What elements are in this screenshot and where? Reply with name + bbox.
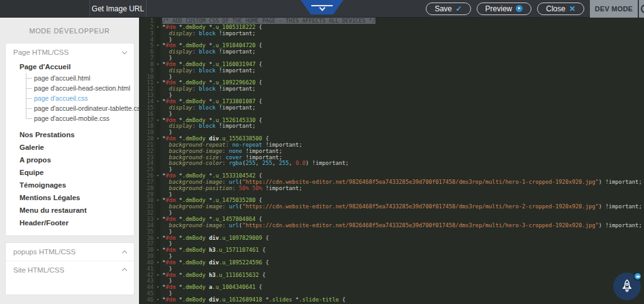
code-line[interactable]: 34 background-image: url("https://cdn.we… (139, 223, 644, 229)
code-token: h3 (206, 247, 216, 253)
fold-gutter-spacer (155, 179, 160, 186)
save-button[interactable]: Save ✓ (426, 3, 470, 15)
fold-marker-icon[interactable]: ▾ (155, 260, 160, 266)
code-token: } (162, 129, 172, 135)
fold-marker-icon[interactable]: ▾ (155, 80, 160, 86)
code-token: } (162, 191, 172, 198)
code-token: { (255, 61, 262, 67)
code-line[interactable]: 38▾*#dm *.dmBody h3.u_1571107461 { (139, 247, 644, 254)
code-line[interactable]: 36▾*#dm *.dmBody div.u_1097829009 { (139, 235, 644, 242)
fold-gutter-spacer (155, 149, 160, 155)
fold-marker-icon[interactable]: ▾ (155, 43, 160, 49)
accordion-site-html-css[interactable]: Site HTML/CSS (6, 261, 134, 278)
code-token (162, 123, 169, 129)
code-token: * (206, 42, 213, 48)
code-line[interactable]: 28 background-position: 50% 50% !importa… (139, 186, 644, 192)
code-token: #dm (165, 24, 175, 30)
fold-marker-icon[interactable]: ▾ (155, 118, 160, 124)
code-token: } (162, 74, 172, 80)
accordion-popups-html-css[interactable]: popups HTML/CSS (6, 243, 134, 261)
file-item[interactable]: page d'accueil-head-section.html (26, 83, 134, 93)
code-token: a (206, 284, 213, 290)
code-token (162, 67, 169, 74)
code-token: ) !important; (599, 203, 642, 210)
code-line[interactable]: 6 display: block !important; (139, 49, 644, 55)
code-token: } (162, 111, 172, 117)
fold-marker-icon[interactable]: ▾ (155, 173, 160, 179)
code-token: * (175, 61, 182, 67)
fold-marker-icon[interactable]: ▾ (155, 235, 160, 242)
fold-marker-icon[interactable]: ▾ (155, 62, 160, 68)
code-line[interactable]: 24 background-color: rgba(255, 255, 255,… (139, 160, 644, 167)
accordion-page-label: Page HTML/CSS (13, 48, 69, 56)
preview-button[interactable]: Preview (477, 3, 532, 15)
code-line[interactable]: 44▾*#dm *.dmBody a.u_1004340641 { (139, 284, 644, 291)
code-token (162, 154, 169, 160)
code-line[interactable]: 12 display: block !important; (139, 86, 644, 93)
close-button[interactable]: Close ✕ (537, 3, 584, 15)
page-item[interactable]: Header/Footer (6, 217, 134, 229)
code-line[interactable]: 15 display: block !important; (139, 105, 644, 111)
code-token: display (169, 104, 192, 111)
file-item[interactable]: page d'accueil-ordinateur-tablette.css (26, 103, 134, 113)
code-line[interactable]: 31 background-image: url("https://cdn.we… (139, 204, 644, 210)
fold-marker-icon[interactable]: ▾ (155, 273, 160, 279)
page-item[interactable]: Témoignages (6, 179, 134, 191)
edge-clipped-control[interactable] (639, 0, 644, 18)
code-token: url (229, 203, 239, 210)
save-button-label: Save (435, 4, 452, 13)
code-token: background-repeat (169, 142, 226, 148)
file-item[interactable]: page d'accueil-mobile.css (26, 113, 134, 123)
page-item[interactable]: Menu du restaurant (6, 204, 134, 217)
code-line[interactable]: 42▾*#dm *.dmBody h3.u_1116615632 { (139, 273, 644, 279)
home-page-group[interactable]: Page d'Accueil (6, 63, 134, 70)
fold-marker-icon[interactable]: ▾ (155, 217, 160, 223)
page-item[interactable]: Mentions Légales (6, 191, 134, 204)
rocket-icon (619, 278, 635, 295)
file-item[interactable]: page d'accueil.css (26, 93, 134, 103)
code-line[interactable]: 46▾*#dm *.dmBody div.u_1612689418 *.slid… (139, 297, 644, 303)
page-item[interactable]: Equipe (6, 166, 134, 179)
code-text: background-image: url("https://cdn.websi… (160, 204, 642, 210)
code-token: !important; (242, 148, 282, 154)
get-image-url-button[interactable]: Get Image URL (90, 0, 147, 17)
fold-marker-icon[interactable]: ▾ (155, 136, 160, 142)
code-line[interactable]: 40▾*#dm *.dmBody div.u_1895224596 { (139, 260, 644, 266)
code-token: background-image (169, 222, 223, 228)
css-code-editor[interactable]: 1/* ADD CUSTOM CSS OF THE HOME PAGE - TH… (139, 18, 644, 304)
code-token: * (175, 172, 182, 179)
collapse-handle[interactable] (301, 0, 343, 14)
dev-mode-badge[interactable]: DEV MODE (590, 0, 638, 18)
fold-marker-icon[interactable]: ▾ (155, 198, 160, 204)
fold-gutter-spacer (155, 223, 160, 229)
code-token: ) !important; (599, 222, 642, 228)
page-item[interactable]: Galerie (6, 141, 134, 154)
code-token: !important; (216, 30, 256, 37)
code-line[interactable]: 9 display: block !important; (139, 68, 644, 74)
code-token: block (199, 86, 215, 92)
page-item[interactable]: Nos Prestations (6, 128, 134, 141)
accordion-site-label: Site HTML/CSS (13, 266, 64, 274)
fold-marker-icon[interactable]: ▾ (155, 284, 160, 291)
fold-gutter-spacer (155, 86, 160, 93)
code-token: { (259, 272, 266, 278)
code-token: * (206, 216, 213, 222)
code-token: { (262, 235, 269, 241)
accordion-page-html-css[interactable]: Page HTML/CSS (6, 43, 134, 61)
page-item[interactable]: A propos (6, 154, 134, 166)
fold-marker-icon[interactable]: ▾ (155, 25, 160, 31)
fold-marker-icon[interactable]: ▾ (155, 99, 160, 105)
file-item[interactable]: page d'accueil.html (26, 73, 134, 83)
code-text: *#dm *.dmBody div.u_1612689418 *.slides … (160, 297, 345, 303)
help-launcher-button[interactable] (613, 273, 641, 300)
code-text: *#dm *.dmBody div.u_1097829009 { (160, 235, 269, 242)
code-line[interactable]: 3 display: block !important; (139, 31, 644, 37)
fold-marker-icon[interactable]: ▾ (155, 297, 160, 303)
code-token: .u_1160031947 (212, 61, 255, 67)
fold-gutter-spacer (155, 111, 160, 118)
code-token: 0.0 (296, 160, 306, 166)
code-line[interactable]: 18 display: block !important; (139, 123, 644, 130)
code-token (162, 160, 169, 166)
code-token: !important; (216, 48, 256, 55)
fold-marker-icon[interactable]: ▾ (155, 247, 160, 254)
